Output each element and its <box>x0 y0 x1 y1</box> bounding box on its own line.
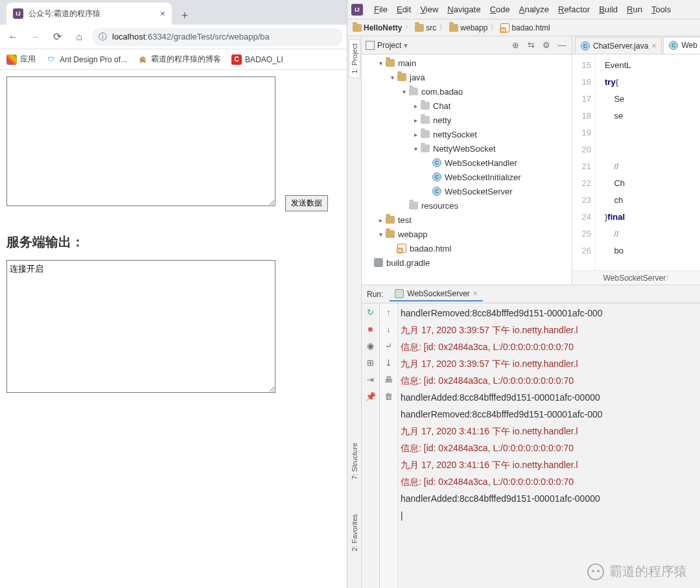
response-output[interactable]: 连接开启 <box>6 260 275 393</box>
ide-window: IJ FileEditViewNavigateCodeAnalyzeRefact… <box>347 0 700 588</box>
page-icon: 🙊 <box>137 54 148 65</box>
class-icon: C <box>669 41 678 50</box>
message-input[interactable] <box>6 76 275 206</box>
send-button[interactable]: 发送数据 <box>285 195 328 211</box>
project-tree[interactable]: ▾main▾java▾com.badao▸Chat▸netty▸nettySoc… <box>362 54 572 285</box>
code-editor[interactable]: 15 16 17 18 19 20 21 22 23 24 25 26 Even… <box>572 54 700 270</box>
bookmark-badao[interactable]: CBADAO_LI <box>231 54 283 65</box>
node-test[interactable]: ▸test <box>362 213 572 227</box>
run-tab[interactable]: WebSocketServer × <box>390 287 483 301</box>
folder-icon <box>353 24 362 32</box>
editor-tab-web[interactable]: CWeb <box>663 37 700 54</box>
menu-edit[interactable]: Edit <box>392 3 415 16</box>
favicon-icon: IJ <box>13 8 23 19</box>
editor-panel: CChatServer.java× CWeb 15 16 17 18 19 20… <box>572 36 700 285</box>
editor-breadcrumb[interactable]: WebSocketServer 〉 <box>572 270 700 285</box>
node-wshandler[interactable]: CWebSocketHandler <box>362 156 572 170</box>
browser-window: IJ 公众号:霸道的程序猿 × + ← → ⟳ ⌂ ⓘ localhost:63… <box>0 0 347 588</box>
exit-icon[interactable]: ⇥ <box>365 373 377 385</box>
code-content: EventLtry{ Se se // Ch ch}final // bo <box>596 54 700 270</box>
browser-tab[interactable]: IJ 公众号:霸道的程序猿 × <box>6 3 172 25</box>
menu-view[interactable]: View <box>415 3 443 16</box>
node-build[interactable]: build.gradle <box>362 255 572 270</box>
camera-icon[interactable]: ◉ <box>365 340 377 351</box>
menu-navigate[interactable]: Navigate <box>443 3 485 16</box>
info-icon: ⓘ <box>99 31 107 43</box>
folder-icon <box>449 24 458 32</box>
node-nettywebsocket[interactable]: ▾NettyWebSocket <box>362 141 572 156</box>
node-main[interactable]: ▾main <box>362 56 572 70</box>
bookmarks-bar: 应用 🛡Ant Design Pro of... 🙊霸道的程序猿的博客 CBAD… <box>0 49 347 70</box>
close-icon[interactable]: × <box>160 8 165 19</box>
menu-build[interactable]: Build <box>594 3 622 16</box>
menu-tools[interactable]: Tools <box>647 3 675 16</box>
reload-button[interactable]: ⟳ <box>48 28 66 46</box>
trash-icon[interactable]: 🗑 <box>383 390 395 402</box>
down-icon[interactable]: ↓ <box>383 323 395 335</box>
url-bar[interactable]: ⓘ localhost:63342/gradleTest/src/webapp/… <box>92 28 343 46</box>
intellij-icon: IJ <box>351 4 363 16</box>
node-chat[interactable]: ▸Chat <box>362 99 572 113</box>
ide-menu-bar: IJ FileEditViewNavigateCodeAnalyzeRefact… <box>347 0 700 19</box>
node-wsserver[interactable]: CWebSocketServer <box>362 184 572 198</box>
crumb-src[interactable]: src <box>415 23 436 32</box>
layout-icon[interactable]: ⊞ <box>365 357 377 368</box>
node-netty[interactable]: ▸netty <box>362 113 572 127</box>
menu-run[interactable]: Run <box>622 3 647 16</box>
forward-button[interactable]: → <box>26 28 44 46</box>
target-icon[interactable]: ⊕ <box>509 40 521 51</box>
menu-refactor[interactable]: Refactor <box>554 3 594 16</box>
crumb-root[interactable]: HelloNetty <box>353 23 402 32</box>
run-panel: Run: WebSocketServer × ↻ ■ ◉ ⊞ ⇥ 📌 <box>362 285 700 588</box>
menu-code[interactable]: Code <box>485 3 515 16</box>
project-panel: Project ▾ ⊕ ⇆ ⚙ — ▾main▾java▾com.badao▸C… <box>362 36 572 285</box>
up-icon[interactable]: ↑ <box>383 306 395 318</box>
close-icon[interactable]: × <box>651 41 656 51</box>
c-icon: C <box>231 54 242 65</box>
html-icon <box>500 23 509 32</box>
node-wsinit[interactable]: CWebSocketInitializer <box>362 170 572 184</box>
scroll-icon[interactable]: ⤓ <box>383 357 395 368</box>
breadcrumb: HelloNetty 〉 src 〉 webapp 〉 badao.html <box>347 19 700 36</box>
run-header: Run: WebSocketServer × <box>362 285 700 303</box>
new-tab-button[interactable]: + <box>176 6 194 25</box>
editor-tabs: CChatServer.java× CWeb <box>572 36 700 54</box>
apps-button[interactable]: 应用 <box>6 54 36 65</box>
rerun-button[interactable]: ↻ <box>365 306 377 318</box>
node-java[interactable]: ▾java <box>362 70 572 84</box>
crumb-webapp[interactable]: webapp <box>449 23 487 32</box>
bookmark-blog[interactable]: 🙊霸道的程序猿的博客 <box>137 54 221 65</box>
menu-analyze[interactable]: Analyze <box>515 3 554 16</box>
wrap-icon[interactable]: ⤶ <box>383 340 395 351</box>
project-header: Project ▾ ⊕ ⇆ ⚙ — <box>362 36 572 54</box>
run-label: Run: <box>367 290 383 299</box>
editor-tab-chatserver[interactable]: CChatServer.java× <box>575 37 662 54</box>
back-button[interactable]: ← <box>4 28 22 46</box>
collapse-icon[interactable]: ⇆ <box>525 40 537 51</box>
folder-icon <box>415 24 424 32</box>
crumb-file[interactable]: badao.html <box>500 23 550 32</box>
apps-icon <box>6 54 17 65</box>
gear-icon[interactable]: ⚙ <box>541 40 552 51</box>
stop-button[interactable]: ■ <box>365 323 377 335</box>
console-output[interactable]: handlerRemoved:8cc84bfffed9d151-00001afc… <box>398 303 700 588</box>
node-pkg[interactable]: ▾com.badao <box>362 84 572 99</box>
tab-project[interactable]: 1: Project <box>349 39 360 78</box>
menu-file[interactable]: File <box>369 3 392 16</box>
node-nettysocket[interactable]: ▸nettySocket <box>362 127 572 141</box>
home-button[interactable]: ⌂ <box>70 28 88 46</box>
hide-icon[interactable]: — <box>556 40 568 51</box>
node-resources[interactable]: resources <box>362 198 572 213</box>
bookmark-ant[interactable]: 🛡Ant Design Pro of... <box>46 54 127 65</box>
tab-favorites[interactable]: 2: Favorites <box>349 510 360 556</box>
node-badao[interactable]: badao.html <box>362 241 572 255</box>
print-icon[interactable]: 🖶 <box>383 373 395 385</box>
pin-icon[interactable]: 📌 <box>365 390 377 402</box>
server-output-label: 服务端输出： <box>6 233 340 251</box>
node-webapp[interactable]: ▾webapp <box>362 227 572 241</box>
tab-structure[interactable]: 7: Structure <box>349 438 360 484</box>
browser-toolbar: ← → ⟳ ⌂ ⓘ localhost:63342/gradleTest/src… <box>0 25 347 49</box>
left-gutter: 1: Project 7: Structure 2: Favorites <box>347 36 362 588</box>
line-numbers: 15 16 17 18 19 20 21 22 23 24 25 26 <box>572 54 596 270</box>
close-icon[interactable]: × <box>473 289 478 298</box>
